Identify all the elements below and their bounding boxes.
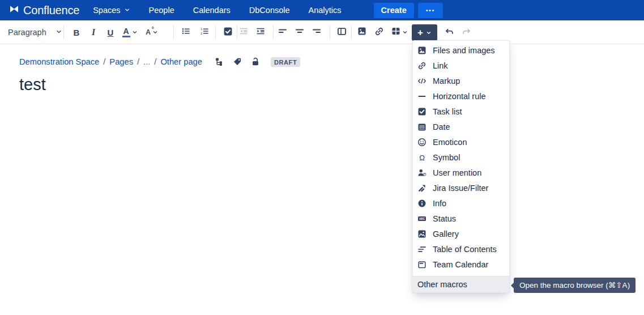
insert-dropdown-menu: Files and images Link Markup Horizontal … [412,40,510,293]
menu-item-jira-issue-filter[interactable]: Jira Issue/Filter [413,180,509,195]
page-tree-location-button[interactable] [214,57,224,67]
create-button[interactable]: Create [374,3,414,18]
image-icon [417,46,427,55]
menu-item-date[interactable]: Date [413,119,509,134]
labels-button[interactable] [232,57,242,67]
menu-item-label: Task list [433,107,462,116]
text-color-icon: A [122,27,130,37]
indent-button[interactable] [252,23,269,41]
menu-item-label: Symbol [433,153,460,162]
restrictions-button[interactable] [250,57,261,67]
menu-item-label: Jira Issue/Filter [433,184,488,193]
undo-button[interactable] [441,23,458,41]
menu-item-task-list[interactable]: Task list [413,104,509,119]
draft-status-badge: DRAFT [271,57,300,67]
menu-item-horizontal-rule[interactable]: Horizontal rule [413,88,509,104]
undo-icon [445,27,454,39]
menu-item-user-mention[interactable]: @ User mention [413,165,509,180]
insert-link-button[interactable] [370,23,387,41]
brand-name: Confluence [23,4,79,17]
page-title[interactable]: test [19,74,46,95]
breadcrumb-separator: / [154,57,156,66]
table-icon [391,27,400,38]
nav-item-analytics[interactable]: Analytics [309,6,342,15]
bold-button[interactable]: B [68,23,85,41]
paragraph-style-select[interactable]: Paragraph [7,25,63,39]
history-group [441,23,475,41]
nav-item-label: Calendars [193,6,231,15]
insert-table-button[interactable] [387,23,411,41]
menu-item-emoticon[interactable]: Emoticon [413,134,509,150]
nav-item-spaces[interactable]: Spaces [93,6,130,15]
insert-image-button[interactable] [353,23,370,41]
plus-icon: + [417,28,423,37]
list-group: 12 [176,23,214,41]
menu-item-files-and-images[interactable]: Files and images [413,42,509,58]
menu-item-markup[interactable]: Markup [413,73,509,88]
chevron-down-icon [426,28,432,38]
align-center-button[interactable] [291,23,308,41]
italic-button[interactable]: I [85,23,102,41]
menu-item-info[interactable]: Info [413,195,509,211]
menu-item-symbol[interactable]: Ω Symbol [413,150,509,165]
toolbar-divider [273,25,274,39]
menu-item-label: Emoticon [433,138,467,147]
link-icon [417,61,427,70]
breadcrumb-ellipsis[interactable]: ... [143,57,150,66]
align-left-button[interactable] [274,23,291,41]
text-color-button[interactable]: A [119,23,140,41]
numbered-list-icon: 12 [200,27,209,38]
nav-more-button[interactable]: ••• [418,3,443,18]
app-navbar: Confluence Spaces People Calendars DbCon… [0,0,644,20]
info-icon [417,199,427,208]
nav-item-calendars[interactable]: Calendars [193,6,231,15]
align-right-button[interactable] [308,23,325,41]
unlock-icon [251,57,260,66]
align-left-icon [278,27,287,38]
nav-item-dbconsole[interactable]: DbConsole [249,6,290,15]
menu-item-other-macros[interactable]: Other macros [413,276,509,292]
text-format-group: B I U A A [68,23,163,41]
nav-item-people[interactable]: People [149,6,174,15]
menu-item-label: Link [433,61,448,70]
menu-item-team-calendar[interactable]: Team Calendar [413,257,509,272]
outdent-icon [239,27,248,38]
nav-item-label: Analytics [309,6,342,15]
svg-text:1: 1 [201,27,202,31]
menu-item-label: Other macros [417,280,467,289]
page-layout-button[interactable] [333,23,350,41]
status-icon: ABC [417,214,427,223]
underline-button[interactable]: U [102,23,119,41]
macro-browser-tooltip: Open the macro browser (⌘⇧A) [514,278,636,293]
menu-item-status[interactable]: ABC Status [413,211,509,226]
outdent-button[interactable] [235,23,252,41]
nav-item-label: DbConsole [249,6,290,15]
insert-more-button[interactable]: + [412,24,437,41]
more-formatting-button[interactable]: A [140,23,163,41]
tooltip-text: Open the macro browser (⌘⇧A) [519,281,630,290]
underline-icon: U [108,28,114,37]
menu-item-link[interactable]: Link [413,58,509,73]
insert-group [353,23,411,41]
task-list-button[interactable] [219,23,237,41]
menu-item-label: Team Calendar [433,260,488,269]
bullet-list-button[interactable] [176,23,195,41]
confluence-logo[interactable]: Confluence [9,4,79,17]
task-list-icon [223,27,233,39]
redo-button[interactable] [458,23,475,41]
breadcrumb-current-page-link[interactable]: Other page [160,57,202,66]
breadcrumb-pages-link[interactable]: Pages [109,57,133,66]
user-mention-icon: @ [417,168,427,177]
calendar-icon [417,122,427,131]
page-layout-icon [337,27,347,39]
chevron-down-icon [402,27,408,37]
numbered-list-button[interactable]: 12 [195,23,214,41]
breadcrumb-separator: / [137,57,139,66]
more-formatting-icon: A [146,28,151,36]
menu-item-table-of-contents[interactable]: Table of Contents [413,241,509,257]
menu-item-label: Markup [433,76,460,86]
breadcrumb-space-link[interactable]: Demonstration Space [19,57,99,66]
chevron-down-icon [56,28,62,37]
menu-item-gallery[interactable]: Gallery [413,226,509,241]
menu-item-label: User mention [433,168,481,177]
